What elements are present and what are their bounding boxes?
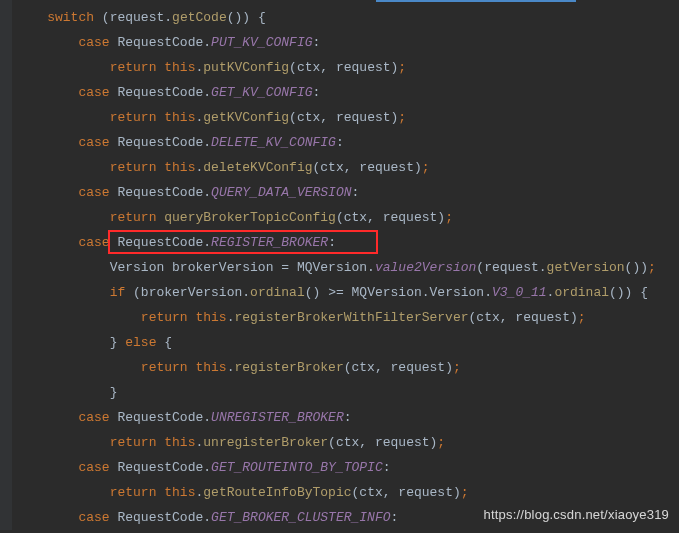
code-line: } bbox=[12, 380, 679, 405]
code-line: case RequestCode.PUT_KV_CONFIG: bbox=[12, 30, 679, 55]
code-line: case RequestCode.UNREGISTER_BROKER: bbox=[12, 405, 679, 430]
code-line: case RequestCode.GET_ROUTEINTO_BY_TOPIC: bbox=[12, 455, 679, 480]
code-line: return this.registerBrokerWithFilterServ… bbox=[12, 305, 679, 330]
code-line: return queryBrokerTopicConfig(ctx, reque… bbox=[12, 205, 679, 230]
code-line: return this.unregisterBroker(ctx, reques… bbox=[12, 430, 679, 455]
code-editor[interactable]: switch (request.getCode()) { case Reques… bbox=[0, 0, 679, 530]
watermark-text: https://blog.csdn.net/xiaoye319 bbox=[484, 502, 669, 527]
active-tab-indicator bbox=[376, 0, 576, 2]
code-line: case RequestCode.DELETE_KV_CONFIG: bbox=[12, 130, 679, 155]
code-line: switch (request.getCode()) { bbox=[12, 5, 679, 30]
code-line: return this.deleteKVConfig(ctx, request)… bbox=[12, 155, 679, 180]
code-line: Version brokerVersion = MQVersion.value2… bbox=[12, 255, 679, 280]
code-line: return this.putKVConfig(ctx, request); bbox=[12, 55, 679, 80]
code-line: case RequestCode.QUERY_DATA_VERSION: bbox=[12, 180, 679, 205]
code-line: case RequestCode.GET_KV_CONFIG: bbox=[12, 80, 679, 105]
keyword-switch: switch bbox=[47, 10, 94, 25]
code-line: return this.registerBroker(ctx, request)… bbox=[12, 355, 679, 380]
code-line: return this.getKVConfig(ctx, request); bbox=[12, 105, 679, 130]
code-line: case RequestCode.REGISTER_BROKER: bbox=[12, 230, 679, 255]
code-line: } else { bbox=[12, 330, 679, 355]
code-line: if (brokerVersion.ordinal() >= MQVersion… bbox=[12, 280, 679, 305]
